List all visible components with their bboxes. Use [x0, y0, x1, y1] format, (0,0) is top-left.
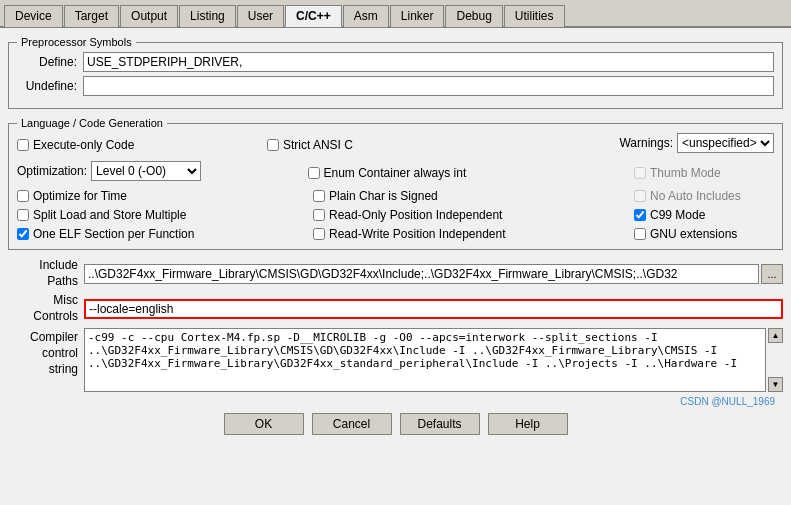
- readonly-pos-checkbox[interactable]: [313, 209, 325, 221]
- plain-char-label: Plain Char is Signed: [329, 189, 438, 203]
- gnu-ext-checkbox[interactable]: [634, 228, 646, 240]
- include-paths-input[interactable]: [84, 264, 759, 284]
- no-auto-includes-checkbox: [634, 190, 646, 202]
- warnings-row: Warnings: <unspecified>: [619, 133, 774, 153]
- readonly-pos-row: Read-Only Position Independent: [313, 208, 533, 222]
- misc-controls-input[interactable]: [84, 299, 783, 319]
- compiler-scroll-down[interactable]: ▼: [768, 377, 783, 392]
- readonly-pos-label: Read-Only Position Independent: [329, 208, 502, 222]
- strict-ansi-row: Strict ANSI C: [267, 138, 487, 152]
- enum-container-row: Enum Container always int: [308, 166, 528, 180]
- c99-mode-row: C99 Mode: [634, 208, 774, 222]
- optimization-label: Optimization:: [17, 164, 87, 178]
- split-load-row: Split Load and Store Multiple: [17, 208, 212, 222]
- tab-target[interactable]: Target: [64, 5, 119, 27]
- enum-container-checkbox[interactable]: [308, 167, 320, 179]
- thumb-mode-row: Thumb Mode: [634, 166, 774, 180]
- thumb-mode-checkbox: [634, 167, 646, 179]
- no-auto-includes-row: No Auto Includes: [634, 189, 774, 203]
- optimize-time-row: Optimize for Time: [17, 189, 212, 203]
- execute-only-checkbox[interactable]: [17, 139, 29, 151]
- optimize-time-label: Optimize for Time: [33, 189, 127, 203]
- include-paths-browse-button[interactable]: ...: [761, 264, 783, 284]
- plain-char-row: Plain Char is Signed: [313, 189, 533, 203]
- tab-user[interactable]: User: [237, 5, 284, 27]
- language-group: Language / Code Generation Execute-only …: [8, 117, 783, 250]
- warnings-label: Warnings:: [619, 136, 673, 150]
- defaults-button[interactable]: Defaults: [400, 413, 480, 435]
- plain-char-checkbox[interactable]: [313, 190, 325, 202]
- strict-ansi-checkbox[interactable]: [267, 139, 279, 151]
- main-content: Preprocessor Symbols Define: Undefine: L…: [0, 28, 791, 447]
- execute-only-label: Execute-only Code: [33, 138, 134, 152]
- c99-mode-label: C99 Mode: [650, 208, 705, 222]
- define-row: Define:: [17, 52, 774, 72]
- tab-device[interactable]: Device: [4, 5, 63, 27]
- include-paths-row: Include Paths ...: [8, 258, 783, 289]
- split-load-checkbox[interactable]: [17, 209, 29, 221]
- readwrite-pos-label: Read-Write Position Independent: [329, 227, 506, 241]
- thumb-mode-label: Thumb Mode: [650, 166, 721, 180]
- optimize-time-checkbox[interactable]: [17, 190, 29, 202]
- split-load-label: Split Load and Store Multiple: [33, 208, 186, 222]
- misc-controls-label: Misc Controls: [8, 293, 78, 324]
- tab-bar: Device Target Output Listing User C/C++ …: [0, 0, 791, 28]
- define-label: Define:: [17, 55, 77, 69]
- language-legend: Language / Code Generation: [17, 117, 167, 129]
- warnings-select[interactable]: <unspecified>: [677, 133, 774, 153]
- optimization-row: Optimization: Level 0 (-O0): [17, 161, 201, 181]
- define-input[interactable]: [83, 52, 774, 72]
- include-paths-label: Include Paths: [8, 258, 78, 289]
- tab-utilities[interactable]: Utilities: [504, 5, 565, 27]
- execute-only-row: Execute-only Code: [17, 138, 134, 152]
- compiler-control-label: Compiler control string: [8, 328, 78, 377]
- tab-output[interactable]: Output: [120, 5, 178, 27]
- one-elf-row: One ELF Section per Function: [17, 227, 212, 241]
- preprocessor-legend: Preprocessor Symbols: [17, 36, 136, 48]
- c99-mode-checkbox[interactable]: [634, 209, 646, 221]
- one-elf-label: One ELF Section per Function: [33, 227, 194, 241]
- readwrite-pos-row: Read-Write Position Independent: [313, 227, 533, 241]
- gnu-ext-row: GNU extensions: [634, 227, 774, 241]
- tab-debug[interactable]: Debug: [445, 5, 502, 27]
- compiler-scroll-up[interactable]: ▲: [768, 328, 783, 343]
- compiler-line-2: ..\GD32F4xx_Firmware_Library\CMSIS\GD\GD…: [88, 344, 762, 357]
- enum-container-label: Enum Container always int: [324, 166, 467, 180]
- tab-linker[interactable]: Linker: [390, 5, 445, 27]
- tab-cpp[interactable]: C/C++: [285, 5, 342, 27]
- preprocessor-group: Preprocessor Symbols Define: Undefine:: [8, 36, 783, 109]
- compiler-control-row: Compiler control string -c99 -c --cpu Co…: [8, 328, 783, 392]
- gnu-ext-label: GNU extensions: [650, 227, 737, 241]
- compiler-line-3: ..\GD32F4xx_Firmware_Library\GD32F4xx_st…: [88, 357, 762, 370]
- compiler-control-text: -c99 -c --cpu Cortex-M4.fp.sp -D__MICROL…: [84, 328, 766, 392]
- help-button[interactable]: Help: [488, 413, 568, 435]
- compiler-line-1: -c99 -c --cpu Cortex-M4.fp.sp -D__MICROL…: [88, 331, 762, 344]
- one-elf-checkbox[interactable]: [17, 228, 29, 240]
- buttons-row: OK Cancel Defaults Help: [8, 409, 783, 439]
- no-auto-includes-label: No Auto Includes: [650, 189, 741, 203]
- undefine-row: Undefine:: [17, 76, 774, 96]
- tab-asm[interactable]: Asm: [343, 5, 389, 27]
- tab-listing[interactable]: Listing: [179, 5, 236, 27]
- readwrite-pos-checkbox[interactable]: [313, 228, 325, 240]
- watermark: CSDN @NULL_1969: [8, 396, 783, 409]
- strict-ansi-label: Strict ANSI C: [283, 138, 353, 152]
- optimization-select[interactable]: Level 0 (-O0): [91, 161, 201, 181]
- undefine-label: Undefine:: [17, 79, 77, 93]
- ok-button[interactable]: OK: [224, 413, 304, 435]
- cancel-button[interactable]: Cancel: [312, 413, 392, 435]
- misc-controls-row: Misc Controls: [8, 293, 783, 324]
- undefine-input[interactable]: [83, 76, 774, 96]
